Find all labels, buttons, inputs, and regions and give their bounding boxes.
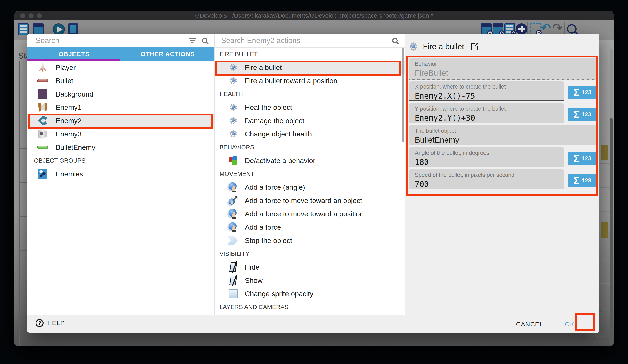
angle-value[interactable]: 180 xyxy=(415,158,564,167)
action-row-stop-object[interactable]: Stop the object xyxy=(215,234,405,247)
bullet-object-value[interactable]: BulletEnemy xyxy=(415,136,597,145)
parameters-panel: Fire a bullet Behavior FireBullet X posi… xyxy=(405,34,600,333)
section-visibility: VISIBILITY xyxy=(215,247,405,260)
objects-column: OBJECTS OTHER ACTIONS Player Bullet Back… xyxy=(27,34,215,315)
event-action-block xyxy=(601,222,608,238)
object-row-background[interactable]: Background xyxy=(27,87,215,101)
behavior-blocks-icon xyxy=(227,156,239,165)
help-button[interactable]: ? HELP xyxy=(36,319,65,327)
bulletenemy-sprite-icon xyxy=(37,146,49,149)
gear-icon xyxy=(227,76,239,85)
action-row-damage-object[interactable]: Damage the object xyxy=(215,114,405,127)
redo-icon[interactable]: ↷ xyxy=(552,22,563,34)
x-position-field[interactable]: X position, where to create the bullet E… xyxy=(408,81,564,101)
force-ball-icon xyxy=(227,222,239,232)
object-row-enemy1[interactable]: Enemy1 xyxy=(27,101,215,114)
angle-expression-builder-button[interactable]: Σ123 xyxy=(568,152,597,165)
search-events-icon[interactable] xyxy=(567,24,577,35)
action-title: Fire a bullet xyxy=(423,42,464,51)
force-ball-icon xyxy=(227,209,239,219)
objects-list: Player Bullet Background Enemy1 Enemy2 xyxy=(27,61,215,315)
action-row-heal-object[interactable]: Heal the object xyxy=(215,101,405,114)
section-health: HEALTH xyxy=(215,87,405,101)
action-row-change-opacity[interactable]: Change sprite opacity xyxy=(215,287,405,300)
force-ball-icon xyxy=(227,182,239,192)
object-row-enemy3[interactable]: Enemy3 xyxy=(27,127,215,141)
enemy3-sprite-icon xyxy=(37,129,49,139)
project-manager-icon[interactable] xyxy=(18,23,28,35)
action-row-fire-toward-position[interactable]: Fire a bullet toward a position xyxy=(215,74,405,87)
ok-button[interactable]: OK xyxy=(565,321,574,328)
filter-icon[interactable] xyxy=(188,38,197,44)
y-expression-builder-button[interactable]: Σ123 xyxy=(568,108,597,121)
undo-icon[interactable]: ↶ xyxy=(541,22,551,34)
gear-icon xyxy=(227,129,239,139)
player-sprite-icon xyxy=(37,62,49,72)
action-row-force-toward-object[interactable]: ↗ Add a force to move toward an object xyxy=(215,194,405,207)
object-row-bulletenemy[interactable]: BulletEnemy xyxy=(27,141,215,154)
stop-chevron-icon xyxy=(227,236,239,245)
speed-field[interactable]: Speed of the bullet, in pixels per secon… xyxy=(408,169,564,189)
object-groups-header: OBJECT GROUPS xyxy=(27,154,215,167)
object-group-icon xyxy=(37,169,49,179)
search-icon xyxy=(202,38,207,43)
gear-icon xyxy=(227,103,239,112)
object-row-enemy2-selected[interactable]: Enemy2 xyxy=(27,114,215,127)
action-row-hide[interactable]: Hide xyxy=(215,260,405,274)
action-row-deactivate-behavior[interactable]: De/activate a behavior xyxy=(215,154,405,167)
section-layers-cameras: LAYERS AND CAMERAS xyxy=(215,300,405,314)
events-scrollbar-thumb[interactable] xyxy=(610,118,613,346)
x-position-value[interactable]: Enemy2.X()-75 xyxy=(415,92,564,101)
gear-icon xyxy=(408,41,418,52)
minimize-button[interactable] xyxy=(28,13,34,18)
speed-expression-builder-button[interactable]: Σ123 xyxy=(568,174,597,187)
tab-other-actions[interactable]: OTHER ACTIONS xyxy=(121,47,215,61)
add-circle-icon[interactable] xyxy=(516,23,527,35)
dialog-footer: ? HELP CANCEL OK xyxy=(27,315,600,333)
actions-list: FIRE BULLET Fire a bullet Fire a bullet … xyxy=(215,47,405,315)
open-help-external-icon[interactable] xyxy=(471,43,478,50)
objects-search-row xyxy=(27,34,215,48)
angle-field[interactable]: Angle of the bullet, in degrees 180 xyxy=(408,147,564,167)
y-position-field[interactable]: Y position, where to create the bullet E… xyxy=(408,103,564,123)
delete-selection-icon[interactable] xyxy=(530,23,541,35)
speed-value[interactable]: 700 xyxy=(415,180,564,189)
x-expression-builder-button[interactable]: Σ123 xyxy=(568,86,597,99)
hide-pane-icon xyxy=(227,262,239,272)
tab-objects[interactable]: OBJECTS xyxy=(27,47,121,61)
section-fire-bullet: FIRE BULLET xyxy=(215,47,405,61)
enemy1-sprite-icon xyxy=(37,103,49,112)
window-titlebar: GDevelop 5 - /Users/dkarakay/Documents/G… xyxy=(14,11,614,20)
traffic-lights xyxy=(20,13,42,18)
objects-tabbar: OBJECTS OTHER ACTIONS xyxy=(27,47,215,61)
action-row-fire-a-bullet-selected[interactable]: Fire a bullet xyxy=(215,61,405,74)
window-title: GDevelop 5 - /Users/dkarakay/Documents/G… xyxy=(195,12,433,19)
search-icon xyxy=(392,38,398,43)
section-movement: MOVEMENT xyxy=(215,167,405,181)
section-behaviors: BEHAVIORS xyxy=(215,141,405,154)
gear-icon xyxy=(227,116,239,125)
bullet-object-field[interactable]: The bullet object BulletEnemy xyxy=(408,125,597,145)
action-header: Fire a bullet xyxy=(408,41,478,52)
action-row-force-toward-position[interactable]: Add a force to move toward a position xyxy=(215,207,405,221)
zoom-button[interactable] xyxy=(37,13,42,18)
action-row-show[interactable]: Show xyxy=(215,274,405,287)
background-sprite-icon xyxy=(37,89,49,99)
help-icon: ? xyxy=(36,319,44,327)
object-row-enemies-group[interactable]: Enemies xyxy=(27,167,215,181)
actions-scrollbar-thumb[interactable] xyxy=(402,48,404,142)
actions-column: FIRE BULLET Fire a bullet Fire a bullet … xyxy=(215,34,405,315)
action-row-change-health[interactable]: Change object health xyxy=(215,127,405,141)
actions-search-row xyxy=(215,34,405,48)
action-row-add-force[interactable]: Add a force xyxy=(215,221,405,234)
event-action-block xyxy=(601,145,608,160)
debug-icon[interactable] xyxy=(68,23,78,35)
object-row-bullet[interactable]: Bullet xyxy=(27,74,215,87)
object-row-player[interactable]: Player xyxy=(27,61,215,74)
actions-search-input[interactable] xyxy=(215,36,392,45)
objects-search-input[interactable] xyxy=(27,36,188,45)
cancel-button[interactable]: CANCEL xyxy=(516,321,543,328)
close-button[interactable] xyxy=(20,13,25,18)
action-row-add-force-angle[interactable]: Add a force (angle) xyxy=(215,181,405,194)
y-position-value[interactable]: Enemy2.Y()+30 xyxy=(415,114,564,122)
